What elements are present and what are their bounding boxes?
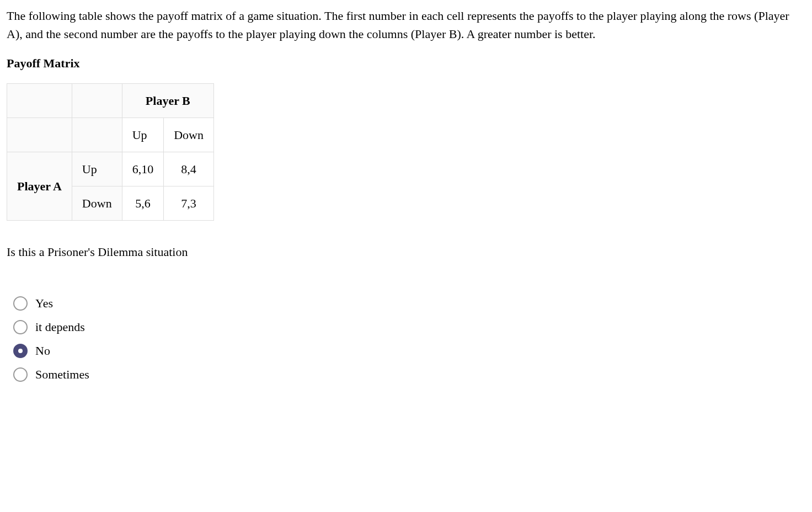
cell-down-down: 7,3	[164, 186, 214, 221]
intro-text: The following table shows the payoff mat…	[7, 7, 805, 43]
options-group: Yes it depends No Sometimes	[7, 294, 805, 383]
radio-icon[interactable]	[13, 344, 28, 358]
payoff-table: Player B Up Down Player A Up 6,10 8,4 Do…	[7, 83, 214, 221]
table-empty-cell	[72, 84, 122, 118]
option-label: No	[35, 342, 50, 360]
radio-icon[interactable]	[13, 320, 28, 334]
matrix-title: Payoff Matrix	[7, 54, 805, 72]
table-empty-cell	[72, 118, 122, 152]
table-empty-cell	[7, 118, 72, 152]
option-yes[interactable]: Yes	[13, 294, 805, 312]
option-label: Yes	[35, 294, 53, 312]
table-empty-cell	[7, 84, 72, 118]
player-b-header: Player B	[122, 84, 213, 118]
option-label: Sometimes	[35, 365, 89, 383]
row-header-up: Up	[72, 152, 122, 186]
radio-icon[interactable]	[13, 296, 28, 311]
col-header-up: Up	[122, 118, 164, 152]
option-no[interactable]: No	[13, 342, 805, 360]
option-label: it depends	[35, 318, 85, 336]
row-header-down: Down	[72, 186, 122, 221]
option-sometimes[interactable]: Sometimes	[13, 365, 805, 383]
cell-down-up: 5,6	[122, 186, 164, 221]
player-a-header: Player A	[7, 152, 72, 221]
question-text: Is this a Prisoner's Dilemma situation	[7, 243, 805, 261]
cell-up-down: 8,4	[164, 152, 214, 186]
cell-up-up: 6,10	[122, 152, 164, 186]
col-header-down: Down	[164, 118, 214, 152]
option-it-depends[interactable]: it depends	[13, 318, 805, 336]
radio-icon[interactable]	[13, 367, 28, 382]
